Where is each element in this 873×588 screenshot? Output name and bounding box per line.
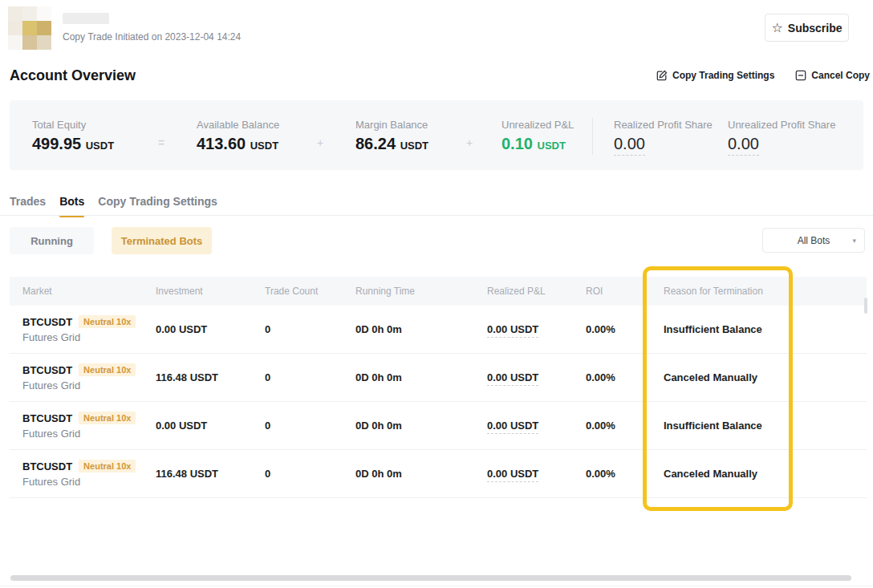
termination-reason-cell: Canceled Manually [664, 371, 824, 383]
stats-divider [592, 118, 593, 155]
roi-cell: 0.00% [586, 420, 664, 432]
realized-pnl-cell: 0.00 USDT [487, 468, 538, 482]
bots-table-body: BTCUSDT Neutral 10x Futures Grid 0.00 US… [10, 306, 867, 498]
tab-trades[interactable]: Trades [10, 195, 46, 217]
column-header-trade-count: Trade Count [265, 286, 355, 297]
roi-cell: 0.00% [586, 323, 664, 335]
column-header-market: Market [22, 286, 156, 297]
subtab-running[interactable]: Running [10, 227, 94, 254]
edit-icon [656, 70, 668, 81]
bot-type: Futures Grid [22, 476, 156, 488]
subscribe-button[interactable]: ☆ Subscribe [765, 14, 849, 42]
cutoff-column-fragment [864, 298, 867, 314]
all-bots-dropdown[interactable]: All Bots ▾ [762, 228, 865, 253]
chevron-down-icon: ▾ [852, 236, 856, 244]
overview-actions: Copy Trading Settings Cancel Copy [656, 70, 870, 81]
investment-cell: 116.48 USDT [156, 468, 265, 480]
table-header-row: Market Investment Trade Count Running Ti… [10, 277, 867, 306]
trader-avatar [8, 6, 51, 50]
tab-copy-trading-settings[interactable]: Copy Trading Settings [98, 195, 217, 217]
column-header-realized-pnl: Realized P&L [487, 286, 586, 297]
table-row: BTCUSDT Neutral 10x Futures Grid 0.00 US… [10, 402, 867, 450]
market-symbol: BTCUSDT [22, 364, 72, 376]
realized-pnl-cell: 0.00 USDT [487, 323, 538, 338]
strategy-badge: Neutral 10x [79, 363, 136, 376]
table-row: BTCUSDT Neutral 10x Futures Grid 116.48 … [10, 354, 867, 402]
main-tabs: Trades Bots Copy Trading Settings [10, 195, 217, 217]
terminated-bots-table: Market Investment Trade Count Running Ti… [10, 277, 867, 498]
column-header-running-time: Running Time [355, 286, 487, 297]
star-icon: ☆ [771, 22, 782, 34]
table-row: BTCUSDT Neutral 10x Futures Grid 0.00 US… [10, 306, 867, 354]
trader-name-redacted [63, 13, 109, 24]
market-symbol: BTCUSDT [22, 460, 72, 472]
trade-count-cell: 0 [265, 323, 355, 335]
market-symbol: BTCUSDT [22, 316, 72, 328]
account-overview-stats-bar: Total Equity 499.95 USDT = Available Bal… [10, 100, 863, 170]
subscribe-label: Subscribe [788, 22, 843, 34]
table-row: BTCUSDT Neutral 10x Futures Grid 116.48 … [10, 450, 867, 498]
column-header-reason-for-termination: Reason for Termination [664, 286, 824, 297]
trade-count-cell: 0 [265, 468, 355, 480]
tabs-divider [0, 215, 873, 216]
running-time-cell: 0D 0h 0m [355, 420, 487, 432]
copy-trading-settings-label: Copy Trading Settings [672, 70, 774, 81]
plus-operator: + [317, 136, 323, 149]
market-symbol: BTCUSDT [22, 412, 72, 424]
tab-bots[interactable]: Bots [59, 195, 84, 217]
investment-cell: 0.00 USDT [156, 323, 265, 335]
horizontal-scrollbar[interactable] [10, 575, 851, 581]
bottom-divider [0, 586, 873, 586]
roi-cell: 0.00% [586, 468, 664, 480]
column-header-investment: Investment [156, 286, 265, 297]
investment-cell: 116.48 USDT [156, 371, 265, 383]
bot-type: Futures Grid [22, 379, 156, 391]
realized-pnl-cell: 0.00 USDT [487, 420, 538, 434]
equals-operator: = [158, 136, 164, 149]
all-bots-dropdown-value: All Bots [798, 235, 830, 246]
bot-type: Futures Grid [22, 331, 156, 343]
termination-reason-cell: Insufficient Balance [664, 420, 824, 432]
page-title: Account Overview [10, 67, 136, 84]
termination-reason-cell: Canceled Manually [664, 468, 824, 480]
copy-trade-initiated-text: Copy Trade Initiated on 2023-12-04 14:24 [63, 31, 241, 43]
trade-count-cell: 0 [265, 371, 355, 383]
running-time-cell: 0D 0h 0m [355, 323, 487, 335]
strategy-badge: Neutral 10x [79, 412, 136, 424]
roi-cell: 0.00% [586, 371, 664, 383]
bot-type: Futures Grid [22, 428, 156, 440]
column-header-roi: ROI [586, 286, 664, 297]
termination-reason-cell: Insufficient Balance [664, 323, 824, 335]
cancel-copy-label: Cancel Copy [811, 70, 870, 81]
subtab-terminated-bots[interactable]: Terminated Bots [112, 227, 212, 254]
realized-pnl-cell: 0.00 USDT [487, 371, 538, 386]
copy-trading-settings-button[interactable]: Copy Trading Settings [656, 70, 774, 81]
investment-cell: 0.00 USDT [156, 420, 265, 432]
cancel-copy-button[interactable]: Cancel Copy [795, 70, 870, 81]
strategy-badge: Neutral 10x [79, 315, 136, 328]
running-time-cell: 0D 0h 0m [355, 468, 487, 480]
minus-square-icon [795, 70, 806, 81]
trade-count-cell: 0 [265, 420, 355, 432]
strategy-badge: Neutral 10x [79, 460, 136, 472]
plus-operator: + [466, 136, 473, 149]
running-time-cell: 0D 0h 0m [355, 371, 487, 383]
